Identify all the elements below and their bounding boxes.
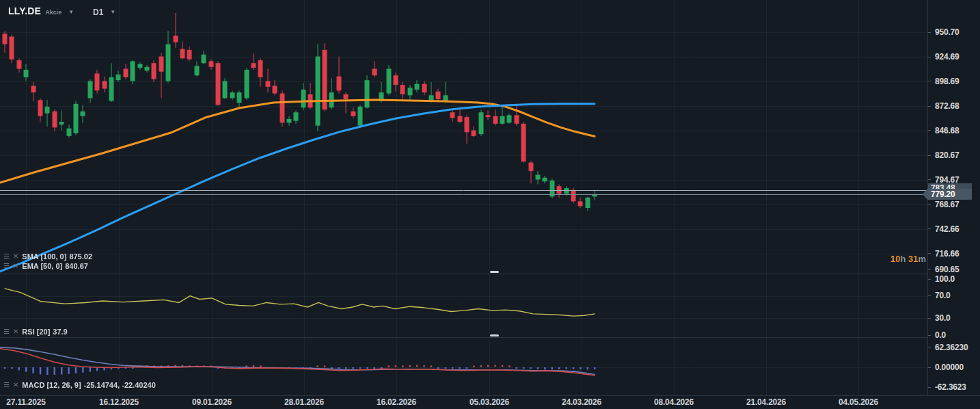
symbol-type-label: Akcie bbox=[45, 9, 62, 16]
rsi-axis-label: 70.0 bbox=[927, 291, 980, 300]
time-axis[interactable]: 27.11.202516.12.202509.01.202628.01.2026… bbox=[0, 395, 980, 409]
time-axis-label: 24.03.2026 bbox=[562, 397, 601, 407]
sma-label: SMA [100, 0] bbox=[22, 252, 66, 261]
indicator-close-icon[interactable]: ✕ bbox=[13, 328, 18, 335]
time-axis-label: 08.04.2026 bbox=[654, 397, 694, 407]
rsi-axis-label: 30.0 bbox=[927, 314, 980, 322]
price-axis-label: 898.69 bbox=[927, 77, 980, 85]
ema-label: EMA [50, 0] bbox=[22, 262, 62, 270]
macd-label: MACD [12, 26, 9] bbox=[22, 381, 81, 389]
time-axis-label: 28.01.2026 bbox=[284, 397, 324, 407]
chevron-down-icon[interactable]: ▼ bbox=[110, 9, 115, 15]
time-axis-label: 27.11.2025 bbox=[6, 397, 45, 407]
price-axis-label: 846.68 bbox=[927, 127, 980, 135]
price-axis-label: 716.66 bbox=[927, 250, 980, 258]
legend-sma: ☰ ✕ SMA [100, 0] 875.02 bbox=[3, 252, 92, 261]
timeframe-selector[interactable]: D1 ▼ bbox=[93, 8, 115, 17]
rsi-value: 37.9 bbox=[53, 328, 67, 336]
legend-macd: ☰ ✕ MACD [12, 26, 9] -25.14744, -22.4024… bbox=[3, 381, 156, 389]
time-axis-label: 21.04.2026 bbox=[746, 397, 786, 407]
macd-axis-label: 0.00000 bbox=[927, 363, 980, 371]
time-axis-label: 09.01.2026 bbox=[192, 397, 232, 407]
symbol-selector[interactable]: LLY.DE Akcie ▼ bbox=[8, 5, 74, 16]
timeframe-label: D1 bbox=[93, 8, 103, 17]
chart-window: LLY.DE Akcie ▼ D1 ▼ ☰ ✕ SMA [100, 0] 875… bbox=[0, 0, 980, 409]
chart-canvas[interactable] bbox=[0, 0, 927, 395]
current-price-tag: 779.20 bbox=[927, 189, 972, 200]
price-axis-label: 950.70 bbox=[927, 28, 980, 36]
indicator-settings-icon[interactable]: ☰ bbox=[3, 328, 10, 335]
legend-rsi: ☰ ✕ RSI [20] 37.9 bbox=[3, 328, 68, 336]
price-axis-label: 690.65 bbox=[927, 265, 980, 274]
rsi-axis-label: 0.0 bbox=[927, 331, 980, 339]
indicator-close-icon[interactable]: ✕ bbox=[13, 263, 18, 269]
time-axis-label: 04.05.2026 bbox=[839, 397, 878, 407]
rsi-axis-label: 100.0 bbox=[927, 275, 980, 283]
price-axis-label: 742.66 bbox=[927, 225, 980, 233]
macd-value: -25.14744, -22.40240 bbox=[84, 381, 156, 389]
chevron-down-icon[interactable]: ▼ bbox=[68, 9, 74, 15]
pane-resize-handle[interactable] bbox=[490, 271, 499, 273]
legend-ema: ☰ ✕ EMA [50, 0] 840.67 bbox=[3, 262, 88, 270]
time-axis-label: 05.03.2026 bbox=[469, 397, 509, 407]
price-axis-label: 768.67 bbox=[927, 200, 980, 209]
sma-value: 875.02 bbox=[69, 252, 92, 261]
indicator-settings-icon[interactable]: ☰ bbox=[3, 382, 10, 388]
indicator-close-icon[interactable]: ✕ bbox=[13, 382, 18, 388]
indicator-close-icon[interactable]: ✕ bbox=[13, 253, 18, 260]
current-price-tag-arrow bbox=[923, 189, 927, 200]
time-axis-separator bbox=[0, 395, 980, 396]
session-countdown: 10h 31m bbox=[871, 254, 926, 264]
price-axis-label: 820.67 bbox=[927, 151, 980, 159]
time-axis-label: 16.02.2026 bbox=[377, 397, 416, 407]
pane-resize-handle[interactable] bbox=[490, 334, 499, 337]
rsi-label: RSI [20] bbox=[22, 328, 50, 336]
time-axis-label: 16.12.2025 bbox=[99, 397, 139, 407]
price-axis-label: 924.69 bbox=[927, 53, 980, 61]
indicator-settings-icon[interactable]: ☰ bbox=[3, 263, 10, 269]
macd-axis-label: -62.3623 bbox=[927, 383, 980, 391]
price-axis-label: 872.68 bbox=[927, 102, 980, 110]
ema-value: 840.67 bbox=[65, 262, 88, 270]
indicator-settings-icon[interactable]: ☰ bbox=[3, 253, 10, 260]
macd-axis-label: 62.36230 bbox=[927, 343, 980, 352]
symbol-name: LLY.DE bbox=[8, 5, 41, 16]
